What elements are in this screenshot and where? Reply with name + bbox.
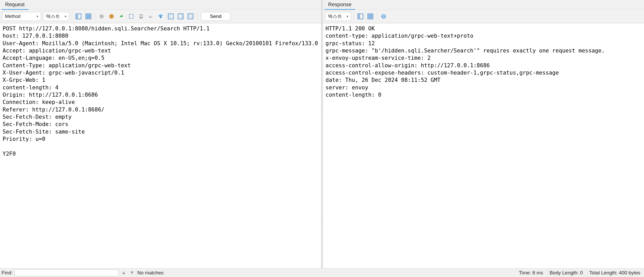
svg-rect-15 bbox=[169, 14, 170, 18]
svg-text:a: a bbox=[151, 16, 152, 18]
font-icon[interactable]: Aa bbox=[147, 12, 155, 20]
response-view-select-label: 텍스트 bbox=[328, 13, 342, 19]
response-raw-text[interactable]: HTTP/1.1 200 OK content-type: applicatio… bbox=[323, 23, 644, 100]
method-select-label: Method bbox=[5, 14, 21, 19]
tab-request[interactable]: Request bbox=[2, 0, 28, 10]
layout-split-right-icon[interactable] bbox=[177, 12, 185, 20]
svg-rect-9 bbox=[129, 14, 133, 18]
panel-splitter[interactable] bbox=[321, 0, 323, 268]
chevron-down-icon: ▾ bbox=[65, 15, 66, 18]
find-prev-button[interactable]: ▲ bbox=[121, 270, 127, 276]
svg-rect-17 bbox=[181, 14, 183, 18]
svg-rect-20 bbox=[191, 14, 193, 18]
separator bbox=[197, 13, 197, 20]
select-area-icon[interactable] bbox=[127, 12, 135, 20]
status-time: Time: 8 ms bbox=[517, 269, 545, 276]
layout-full-icon[interactable] bbox=[366, 12, 374, 20]
request-view-select[interactable]: 텍스트 ▾ bbox=[43, 12, 69, 21]
find-label: Find: bbox=[2, 270, 12, 276]
separator bbox=[354, 13, 354, 20]
svg-rect-11 bbox=[140, 15, 142, 17]
request-view-select-label: 텍스트 bbox=[46, 13, 60, 19]
find-input[interactable] bbox=[15, 269, 119, 276]
svg-text:?: ? bbox=[382, 14, 385, 18]
find-next-button[interactable]: ▼ bbox=[129, 270, 135, 276]
status-bar: Find: ▲ ▼ No matches Time: 8 ms Body Len… bbox=[0, 268, 644, 277]
separator bbox=[95, 13, 95, 20]
response-tabs: Response bbox=[323, 0, 644, 10]
svg-rect-22 bbox=[358, 14, 360, 18]
layout-split-left-icon[interactable] bbox=[167, 12, 175, 20]
cookie-icon[interactable] bbox=[108, 12, 115, 20]
method-select[interactable]: Method ▾ bbox=[2, 12, 41, 21]
chevron-down-icon: ▾ bbox=[347, 15, 348, 18]
separator bbox=[377, 13, 377, 20]
device-icon[interactable] bbox=[137, 12, 145, 20]
response-view-select[interactable]: 텍스트 ▾ bbox=[325, 12, 351, 21]
cloud-download-icon[interactable] bbox=[157, 12, 165, 20]
response-panel: Response 텍스트 ▾ ? HTTP/ bbox=[323, 0, 644, 268]
svg-point-6 bbox=[110, 15, 111, 16]
layout-full-icon[interactable] bbox=[84, 12, 92, 20]
chevron-down-icon: ▾ bbox=[37, 15, 38, 18]
request-tabs: Request bbox=[0, 0, 321, 10]
redirect-icon[interactable] bbox=[117, 12, 125, 20]
status-total-length: Total Length: 400 bytes bbox=[587, 269, 642, 276]
svg-rect-19 bbox=[188, 14, 190, 18]
find-status: No matches bbox=[137, 270, 163, 276]
svg-point-7 bbox=[112, 16, 113, 17]
svg-rect-24 bbox=[368, 14, 372, 18]
record-icon[interactable] bbox=[98, 12, 106, 20]
request-body-area[interactable]: POST http://127.0.0.1:8080/hidden.sqli.S… bbox=[0, 23, 321, 268]
response-body-area[interactable]: HTTP/1.1 200 OK content-type: applicatio… bbox=[323, 23, 644, 268]
layout-columns-icon[interactable] bbox=[187, 12, 194, 20]
svg-point-5 bbox=[109, 14, 114, 19]
separator bbox=[72, 13, 72, 20]
layout-left-icon[interactable] bbox=[75, 12, 82, 20]
send-button[interactable]: Send bbox=[201, 12, 231, 21]
help-icon[interactable]: ? bbox=[380, 12, 387, 20]
tab-response[interactable]: Response bbox=[325, 0, 355, 10]
svg-point-8 bbox=[111, 17, 112, 18]
response-toolbar: 텍스트 ▾ ? bbox=[323, 10, 644, 23]
svg-rect-3 bbox=[86, 14, 90, 18]
svg-point-4 bbox=[100, 14, 104, 18]
request-panel: Request Method ▾ 텍스트 ▾ bbox=[0, 0, 321, 268]
request-toolbar: Method ▾ 텍스트 ▾ bbox=[0, 10, 321, 23]
svg-rect-1 bbox=[76, 14, 78, 18]
request-raw-text[interactable]: POST http://127.0.0.1:8080/hidden.sqli.S… bbox=[0, 23, 321, 159]
layout-left-icon[interactable] bbox=[357, 12, 364, 20]
status-body-length: Body Length: 0 bbox=[547, 269, 585, 276]
